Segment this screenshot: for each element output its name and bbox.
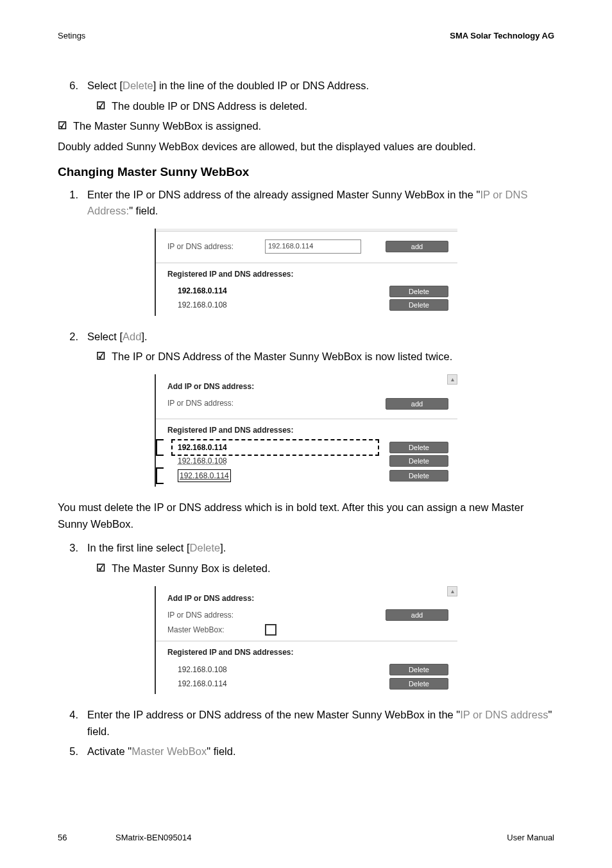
add-title: Add IP or DNS address: xyxy=(167,593,448,605)
check-icon: ☑ xyxy=(96,98,105,114)
delete-ref: Delete xyxy=(123,80,153,91)
check-result-outer: ☑ The Master Sunny WebBox is assigned. xyxy=(58,118,554,135)
field-ref: IP or DNS address xyxy=(460,709,548,720)
address-row: 192.168.0.114 Delete xyxy=(167,285,448,297)
ip-label: IP or DNS address: xyxy=(167,397,257,410)
registered-title: Registered IP and DNS addresses: xyxy=(167,647,448,659)
paragraph: Doubly added Sunny WebBox devices are al… xyxy=(58,139,554,155)
check-result: ☑ The Master Sunny Box is deleted. xyxy=(96,560,554,577)
step-number: 5. xyxy=(58,743,87,760)
add-ref: Add xyxy=(123,331,141,342)
step-number: 4. xyxy=(58,707,87,740)
check-icon: ☑ xyxy=(96,349,105,365)
page-header: Setings SMA Solar Technology AG xyxy=(58,31,554,40)
master-checkbox[interactable] xyxy=(265,624,276,636)
check-text: The IP or DNS Address of the Master Sunn… xyxy=(112,349,452,365)
delete-button[interactable]: Delete xyxy=(389,678,448,690)
bracket-marker xyxy=(156,439,164,456)
check-icon: ☑ xyxy=(58,118,67,134)
check-text: The Master Sunny WebBox is assigned. xyxy=(73,118,261,135)
section-heading: Changing Master Sunny WebBox xyxy=(58,162,554,181)
delete-button[interactable]: Delete xyxy=(389,299,448,311)
step-number: 3. xyxy=(58,540,87,557)
ip-input[interactable]: 192.168.0.114 xyxy=(265,239,361,254)
step-text: Activate " xyxy=(87,745,132,757)
address-row: 192.168.0.114 Delete xyxy=(167,469,448,483)
scroll-up-icon[interactable]: ▴ xyxy=(447,374,457,385)
header-company: SMA Solar Technology AG xyxy=(450,31,554,40)
scroll-up-icon[interactable]: ▴ xyxy=(447,586,457,596)
step-2: 2. Select [Add]. xyxy=(58,329,554,345)
delete-button[interactable]: Delete xyxy=(389,286,448,297)
check-result: ☑ The double IP or DNS Address is delete… xyxy=(96,98,554,115)
step-4: 4. Enter the IP address or DNS address o… xyxy=(58,707,554,740)
address-row: 192.168.0.114 Delete xyxy=(167,442,448,454)
doc-code: SMatrix-BEN095014 xyxy=(115,833,192,842)
ip-value: 192.168.0.114 xyxy=(178,678,227,690)
page-number: 56 xyxy=(58,833,67,842)
step-text: Enter the IP or DNS address of the alrea… xyxy=(87,189,480,200)
step-5: 5. Activate "Master WebBox" field. xyxy=(58,743,554,760)
step-text: Select [ xyxy=(87,80,123,91)
step-number: 2. xyxy=(58,329,87,345)
header-section: Setings xyxy=(58,31,85,40)
delete-button[interactable]: Delete xyxy=(389,664,448,675)
ip-value: 192.168.0.108 xyxy=(178,455,227,467)
field-ref: Master WebBox xyxy=(132,745,207,757)
check-text: The double IP or DNS Address is deleted. xyxy=(112,98,307,115)
ip-label: IP or DNS address: xyxy=(167,241,257,253)
paragraph: You must delete the IP or DNS address wh… xyxy=(58,499,554,532)
add-button[interactable]: add xyxy=(386,609,448,621)
figure-3: ▴ Add IP or DNS address: IP or DNS addre… xyxy=(155,586,457,695)
figure-2: ▴ Add IP or DNS address: IP or DNS addre… xyxy=(155,374,457,487)
registered-title: Registered IP and DNS addresses: xyxy=(167,424,448,437)
delete-button[interactable]: Delete xyxy=(389,470,448,482)
check-result: ☑ The IP or DNS Address of the Master Su… xyxy=(96,349,554,365)
step-6: 6. Select [Delete] in the line of the do… xyxy=(58,78,554,94)
step-number: 1. xyxy=(58,187,87,220)
address-row: 192.168.0.108 Delete xyxy=(167,455,448,467)
step-text: " field. xyxy=(129,205,158,216)
step-1: 1. Enter the IP or DNS address of the al… xyxy=(58,187,554,220)
step-number: 6. xyxy=(58,78,87,94)
add-button[interactable]: add xyxy=(386,241,448,252)
step-text: Enter the IP address or DNS address of t… xyxy=(87,709,460,720)
step-text: ]. xyxy=(220,542,226,553)
step-text: ] in the line of the doubled IP or DNS A… xyxy=(153,80,369,91)
registered-title: Registered IP and DNS addresses: xyxy=(167,268,448,281)
ip-value: 192.168.0.108 xyxy=(178,664,227,676)
step-text: In the first line select [ xyxy=(87,542,190,553)
ip-value: 192.168.0.114 xyxy=(178,285,227,297)
add-title: Add IP or DNS address: xyxy=(167,381,448,393)
delete-button[interactable]: Delete xyxy=(389,442,448,453)
add-button[interactable]: add xyxy=(386,398,448,410)
delete-ref: Delete xyxy=(190,542,221,553)
ip-label: IP or DNS address: xyxy=(167,609,257,621)
step-text: Select [ xyxy=(87,331,123,342)
ip-value: 192.168.0.114 xyxy=(178,442,227,454)
ip-value: 192.168.0.114 xyxy=(178,469,231,483)
step-text: " field. xyxy=(207,745,235,757)
body: 6. Select [Delete] in the line of the do… xyxy=(58,78,554,760)
figure-1: IP or DNS address: 192.168.0.114 add Reg… xyxy=(155,229,457,316)
address-row: 192.168.0.108 Delete xyxy=(167,664,448,676)
master-label: Master WebBox: xyxy=(167,624,257,636)
delete-button[interactable]: Delete xyxy=(389,455,448,467)
address-row: 192.168.0.108 Delete xyxy=(167,299,448,311)
ip-value: 192.168.0.108 xyxy=(178,299,227,311)
page-footer: 56 SMatrix-BEN095014 User Manual xyxy=(58,833,554,842)
footer-right: User Manual xyxy=(507,833,554,842)
check-icon: ☑ xyxy=(96,560,105,577)
check-text: The Master Sunny Box is deleted. xyxy=(112,560,271,577)
step-3: 3. In the first line select [Delete]. xyxy=(58,540,554,557)
address-row: 192.168.0.114 Delete xyxy=(167,678,448,690)
bracket-marker xyxy=(156,467,164,484)
step-text: ]. xyxy=(141,331,147,342)
